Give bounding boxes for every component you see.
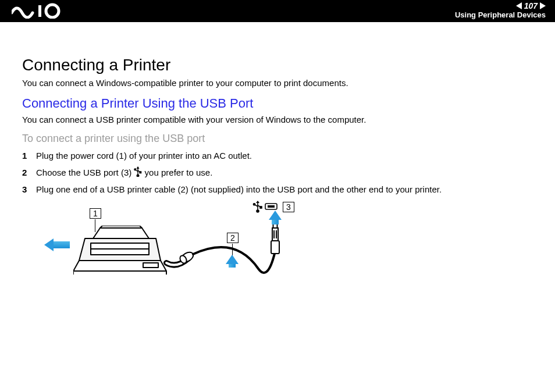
connection-diagram: 3 1 2 [43,200,334,293]
step-3: 3 Plug one end of a USB printer cable (2… [22,184,533,194]
sub-text: You can connect a USB printer compatible… [22,115,533,124]
header-bar: 107 Using Peripheral Devices [0,0,555,22]
svg-point-10 [253,204,255,205]
svg-rect-20 [143,263,158,268]
svg-rect-0 [38,5,41,17]
svg-point-3 [137,174,140,177]
svg-point-23 [180,250,195,263]
step-text: Choose the USB port (3) [36,166,212,179]
section-title: Using Peripheral Devices [455,10,546,19]
svg-rect-11 [260,206,262,208]
svg-rect-6 [140,172,141,173]
svg-marker-4 [137,166,140,169]
prev-page-icon[interactable] [516,2,522,9]
step-1: 1 Plug the power cord (1) of your printe… [22,151,533,161]
step-number: 2 [22,168,36,177]
step-number: 1 [22,151,36,161]
diagram-label-3: 3 [283,202,294,212]
diagram-label-1: 1 [90,208,101,219]
svg-rect-13 [268,205,275,208]
step-text: Plug one end of a USB printer cable (2) … [36,184,442,194]
svg-point-24 [179,254,188,264]
procedure-heading: To connect a printer using the USB port [22,133,533,145]
page-content: Connecting a Printer You can connect a W… [0,22,555,293]
steps-list: 1 Plug the power cord (1) of your printe… [22,151,533,194]
usb-insert-arrow-icon [269,211,282,224]
step-2: 2 Choose the USB port (3) [22,166,533,179]
svg-point-8 [257,210,259,212]
svg-point-1 [46,5,59,17]
intro-text: You can connect a Windows-compatible pri… [22,78,533,88]
svg-point-5 [134,169,136,170]
step-text: Plug the power cord (1) of your printer … [36,151,252,161]
usb-icon [134,166,142,179]
page-navigation: 107 [516,1,546,10]
cable-arrow-icon [226,255,239,268]
svg-marker-9 [256,201,259,203]
page-number: 107 [524,1,538,10]
power-arrow-icon [44,238,70,251]
printer-icon [73,226,172,278]
svg-rect-26 [272,228,278,241]
svg-marker-17 [100,226,142,228]
diagram-label-2: 2 [227,233,239,243]
sub-heading: Connecting a Printer Using the USB Port [22,96,533,111]
svg-rect-25 [271,241,279,254]
next-page-icon[interactable] [540,2,546,9]
step-number: 3 [22,184,36,194]
vaio-logo [12,2,65,19]
page-heading: Connecting a Printer [22,56,533,74]
svg-marker-16 [93,228,149,238]
